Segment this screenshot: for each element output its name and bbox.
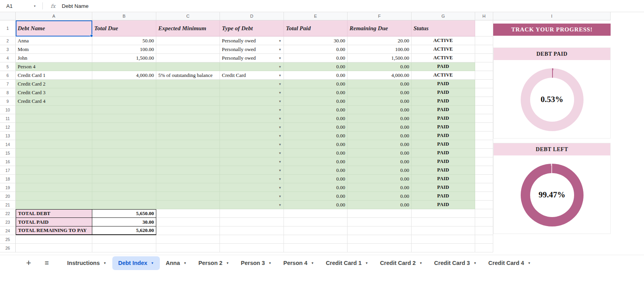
- sheet-tab-person-3[interactable]: Person 3▼: [235, 256, 277, 270]
- cell-G4[interactable]: ACTIVE: [412, 54, 475, 62]
- cell-F16[interactable]: 0.00: [348, 157, 412, 166]
- row-header-16[interactable]: 16: [0, 157, 16, 166]
- cell-E11[interactable]: 0.00: [284, 114, 348, 123]
- cell-H26[interactable]: [475, 244, 493, 252]
- cell-D3[interactable]: Personally owed▼: [220, 45, 284, 54]
- cell-G26[interactable]: [412, 244, 475, 252]
- cell-F26[interactable]: [348, 244, 412, 252]
- cell-C7[interactable]: [156, 80, 220, 88]
- dropdown-caret-icon[interactable]: ▼: [278, 117, 282, 120]
- cell-A16[interactable]: [16, 157, 92, 166]
- cell-D6[interactable]: Credit Card▼: [220, 71, 284, 80]
- cell-A20[interactable]: [16, 192, 92, 201]
- cell-E15[interactable]: 0.00: [284, 149, 348, 157]
- cell-F10[interactable]: 0.00: [348, 106, 412, 114]
- cell-A18[interactable]: [16, 175, 92, 183]
- cell-E3[interactable]: 0.00: [284, 45, 348, 54]
- cell-E22[interactable]: [284, 209, 348, 218]
- cell-H1[interactable]: [475, 20, 493, 37]
- cell-A5[interactable]: Person 4: [16, 62, 92, 71]
- cell-C2[interactable]: [156, 37, 220, 45]
- debt-paid-chart[interactable]: DEBT PAID 0.53%: [493, 47, 611, 139]
- cell-C11[interactable]: [156, 114, 220, 123]
- cell-B25[interactable]: [92, 235, 156, 244]
- column-header-B[interactable]: B: [92, 12, 156, 20]
- sheet-tab-caret-icon[interactable]: ▼: [151, 261, 154, 265]
- cell-H21[interactable]: [475, 201, 493, 209]
- cell-G2[interactable]: ACTIVE: [412, 37, 475, 45]
- cell-E14[interactable]: 0.00: [284, 140, 348, 149]
- row-header-13[interactable]: 13: [0, 131, 16, 140]
- sheet-tab-credit-card-2[interactable]: Credit Card 2▼: [374, 256, 428, 270]
- cell-C18[interactable]: [156, 175, 220, 183]
- cell-G3[interactable]: ACTIVE: [412, 45, 475, 54]
- cell-G21[interactable]: PAID: [412, 201, 475, 209]
- cell-E21[interactable]: 0.00: [284, 201, 348, 209]
- cell-D18[interactable]: ▼: [220, 175, 284, 183]
- row-header-19[interactable]: 19: [0, 183, 16, 192]
- cell-C8[interactable]: [156, 88, 220, 97]
- cell-E23[interactable]: [284, 218, 348, 226]
- formula-input[interactable]: Debt Name: [62, 3, 88, 9]
- cell-G5[interactable]: PAID: [412, 62, 475, 71]
- cell-F22[interactable]: [348, 209, 412, 218]
- row-header-10[interactable]: 10: [0, 106, 16, 114]
- sheet-tab-caret-icon[interactable]: ▼: [365, 261, 368, 265]
- cell-D2[interactable]: Personally owed▼: [220, 37, 284, 45]
- cell-E7[interactable]: 0.00: [284, 80, 348, 88]
- cell-C24[interactable]: [156, 226, 220, 235]
- cell-B19[interactable]: [92, 183, 156, 192]
- cell-D4[interactable]: Personally owed▼: [220, 54, 284, 62]
- sheet-tab-caret-icon[interactable]: ▼: [103, 261, 106, 265]
- column-header-I[interactable]: I: [493, 12, 611, 20]
- cell-B3[interactable]: 100.00: [92, 45, 156, 54]
- cell-D22[interactable]: [220, 209, 284, 218]
- column-header-C[interactable]: C: [156, 12, 220, 20]
- all-sheets-menu-button[interactable]: ≡: [41, 257, 53, 269]
- sheet-tab-debt-index[interactable]: Debt Index▼: [112, 256, 160, 270]
- cell-F11[interactable]: 0.00: [348, 114, 412, 123]
- cell-B8[interactable]: [92, 88, 156, 97]
- cell-B4[interactable]: 1,500.00: [92, 54, 156, 62]
- sheet-tab-caret-icon[interactable]: ▼: [311, 261, 314, 265]
- sheet-tab-person-4[interactable]: Person 4▼: [277, 256, 320, 270]
- cell-G1[interactable]: Status: [412, 20, 475, 37]
- dropdown-caret-icon[interactable]: ▼: [278, 39, 282, 42]
- column-header-E[interactable]: E: [284, 12, 348, 20]
- dropdown-caret-icon[interactable]: ▼: [278, 73, 282, 77]
- cell-D10[interactable]: ▼: [220, 106, 284, 114]
- cell-C10[interactable]: [156, 106, 220, 114]
- cell-F5[interactable]: 0.00: [348, 62, 412, 71]
- cell-H11[interactable]: [475, 114, 493, 123]
- row-header-20[interactable]: 20: [0, 192, 16, 201]
- cell-A23[interactable]: TOTAL PAID: [16, 218, 92, 226]
- row-header-23[interactable]: 23: [0, 218, 16, 226]
- cell-A9[interactable]: Credit Card 4: [16, 97, 92, 106]
- cell-C19[interactable]: [156, 183, 220, 192]
- cell-F1[interactable]: Remaining Due: [348, 20, 412, 37]
- cell-E19[interactable]: 0.00: [284, 183, 348, 192]
- row-header-25[interactable]: 25: [0, 235, 16, 244]
- cell-F18[interactable]: 0.00: [348, 175, 412, 183]
- cell-H5[interactable]: [475, 62, 493, 71]
- cell-H16[interactable]: [475, 157, 493, 166]
- row-header-2[interactable]: 2: [0, 37, 16, 45]
- cell-F7[interactable]: 0.00: [348, 80, 412, 88]
- cell-H24[interactable]: [475, 226, 493, 235]
- cell-F4[interactable]: 1,500.00: [348, 54, 412, 62]
- cell-H4[interactable]: [475, 54, 493, 62]
- cell-D26[interactable]: [220, 244, 284, 252]
- row-header-24[interactable]: 24: [0, 226, 16, 235]
- cell-D12[interactable]: ▼: [220, 123, 284, 131]
- cell-H22[interactable]: [475, 209, 493, 218]
- cell-C9[interactable]: [156, 97, 220, 106]
- dropdown-caret-icon[interactable]: ▼: [278, 65, 282, 68]
- dropdown-caret-icon[interactable]: ▼: [278, 151, 282, 155]
- cell-E20[interactable]: 0.00: [284, 192, 348, 201]
- cell-D15[interactable]: ▼: [220, 149, 284, 157]
- cell-E6[interactable]: 0.00: [284, 71, 348, 80]
- cell-H17[interactable]: [475, 166, 493, 175]
- cell-B26[interactable]: [92, 244, 156, 252]
- sheet-tab-instructions[interactable]: Instructions▼: [61, 256, 112, 270]
- cell-C15[interactable]: [156, 149, 220, 157]
